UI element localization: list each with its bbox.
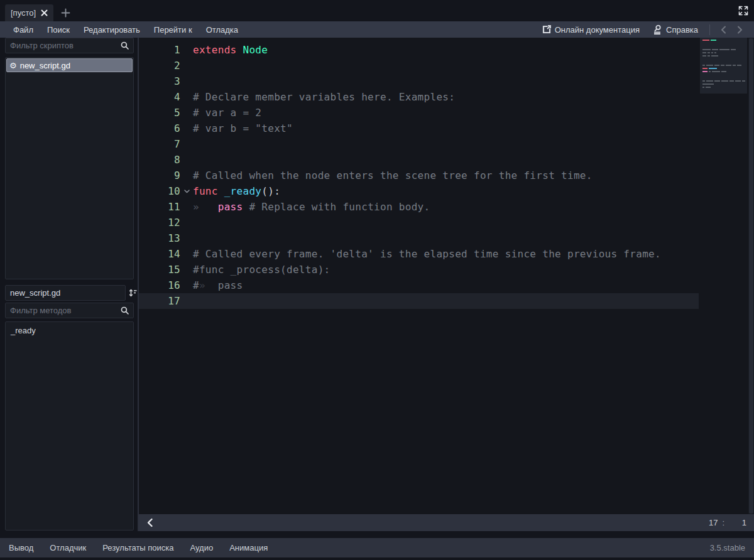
line-number[interactable]: 12 [139, 215, 180, 230]
line-number[interactable]: 2 [139, 58, 180, 73]
minimap-line [702, 52, 716, 53]
code-line[interactable]: 13 [139, 230, 699, 246]
line-number[interactable]: 14 [139, 246, 180, 262]
line-number[interactable]: 6 [139, 121, 180, 136]
vertical-scrollbar[interactable] [748, 38, 754, 514]
code-line[interactable]: 11» pass # Replace with function body. [139, 199, 699, 215]
panel-debugger-button[interactable]: Отладчик [41, 543, 94, 552]
minimap[interactable] [700, 38, 747, 514]
fold-gutter [180, 293, 193, 309]
line-number[interactable]: 10 [139, 183, 180, 199]
code-line[interactable]: 16#» pass [139, 277, 699, 293]
code-line[interactable]: 4# Declare member variables here. Exampl… [139, 89, 699, 105]
panel-audio-button[interactable]: Аудио [182, 543, 222, 552]
code-line[interactable]: 7 [139, 136, 699, 152]
script-name: new_script.gd [20, 61, 70, 70]
chevron-left-icon [721, 26, 726, 34]
fold-gutter [180, 42, 193, 58]
help-button[interactable]: Справка [646, 24, 704, 35]
close-tab-icon[interactable] [41, 9, 48, 16]
method-name: _ready [11, 326, 36, 335]
code-line[interactable]: 8 [139, 152, 699, 168]
menu-file[interactable]: Файл [6, 25, 40, 35]
help-search-doc-icon [652, 24, 662, 35]
code-line[interactable]: 17 [139, 293, 699, 309]
code-line[interactable]: 2 [139, 58, 699, 73]
method-list-item[interactable]: _ready [6, 324, 133, 337]
panel-search-results-button[interactable]: Результаты поиска [94, 543, 182, 552]
search-icon [121, 41, 129, 50]
methods-filter-field[interactable] [5, 303, 134, 318]
menu-bar-right: Онлайн документация Справка [536, 24, 748, 35]
search-icon [121, 306, 129, 315]
history-back-button[interactable] [715, 26, 731, 34]
code-line[interactable]: 6# var b = "text" [139, 121, 699, 136]
line-number[interactable]: 4 [139, 89, 180, 105]
history-forward-button[interactable] [731, 26, 748, 34]
menu-edit[interactable]: Редактировать [77, 25, 147, 35]
code-line[interactable]: 10func _ready(): [139, 183, 699, 199]
main-content: ⚙ new_script.gd [0, 38, 754, 531]
line-number[interactable]: 13 [139, 230, 180, 246]
code-line[interactable]: 12 [139, 215, 699, 230]
line-number[interactable]: 7 [139, 136, 180, 152]
panel-animation-button[interactable]: Анимация [221, 543, 276, 552]
menu-goto[interactable]: Перейти к [147, 25, 199, 35]
minimap-line [702, 40, 716, 41]
online-docs-button[interactable]: Онлайн документация [536, 25, 646, 35]
code-line[interactable]: 3 [139, 73, 699, 89]
engine-version-label: 3.5.stable [710, 543, 746, 552]
fold-gutter [180, 277, 193, 293]
code-lines: 1extends Node234# Declare member variabl… [139, 42, 754, 309]
menu-bar: Файл Поиск Редактировать Перейти к Отлад… [0, 21, 754, 38]
methods-filter-input[interactable] [10, 306, 121, 315]
code-text: extends Node [193, 42, 268, 58]
line-number[interactable]: 9 [139, 168, 180, 183]
caret-column: 1 [730, 518, 746, 527]
line-number[interactable]: 5 [139, 105, 180, 121]
scrollbar-thumb[interactable] [749, 38, 753, 514]
fold-gutter [180, 215, 193, 230]
code-text: #func _process(delta): [193, 262, 331, 277]
line-number[interactable]: 15 [139, 262, 180, 277]
fold-gutter [180, 152, 193, 168]
line-number[interactable]: 8 [139, 152, 180, 168]
script-list-item[interactable]: ⚙ new_script.gd [6, 58, 133, 72]
distraction-free-mode-button[interactable] [738, 6, 748, 16]
menu-search[interactable]: Поиск [40, 25, 77, 35]
editor-status-strip: 17 : 1 [139, 514, 754, 531]
menu-debug[interactable]: Отладка [199, 25, 245, 35]
code-text: » pass # Replace with function body. [193, 199, 430, 215]
fold-gutter [180, 246, 193, 262]
panel-splitter[interactable] [134, 38, 139, 531]
code-line[interactable]: 1extends Node [139, 42, 699, 58]
script-name-field[interactable] [5, 285, 126, 301]
script-tab[interactable]: [пусто] [5, 4, 53, 21]
caret-line: 17 [705, 518, 718, 527]
minimap-line [702, 65, 741, 66]
panel-output-button[interactable]: Вывод [8, 543, 41, 552]
code-line[interactable]: 14# Called every frame. 'delta' is the e… [139, 246, 699, 262]
code-line[interactable]: 9# Called when the node enters the scene… [139, 168, 699, 183]
toggle-scripts-panel-button[interactable] [146, 518, 153, 527]
line-number[interactable]: 16 [139, 277, 180, 293]
plus-icon [61, 8, 70, 18]
new-tab-button[interactable] [57, 4, 74, 21]
chevron-right-icon [737, 26, 743, 34]
scripts-filter-field[interactable] [5, 38, 134, 53]
script-name-input[interactable] [10, 288, 121, 298]
code-area[interactable]: 1extends Node234# Declare member variabl… [139, 38, 754, 514]
line-number[interactable]: 1 [139, 42, 180, 58]
expand-icon [738, 6, 748, 16]
line-number[interactable]: 3 [139, 73, 180, 89]
line-number[interactable]: 17 [139, 293, 180, 309]
line-number[interactable]: 11 [139, 199, 180, 215]
minimap-line [702, 87, 711, 88]
code-text: # Declare member variables here. Example… [193, 89, 455, 105]
fold-caret-icon[interactable] [180, 183, 193, 199]
fold-gutter [180, 262, 193, 277]
code-line[interactable]: 15#func _process(delta): [139, 262, 699, 277]
code-line[interactable]: 5# var a = 2 [139, 105, 699, 121]
scripts-filter-input[interactable] [10, 41, 121, 50]
fold-gutter [180, 230, 193, 246]
